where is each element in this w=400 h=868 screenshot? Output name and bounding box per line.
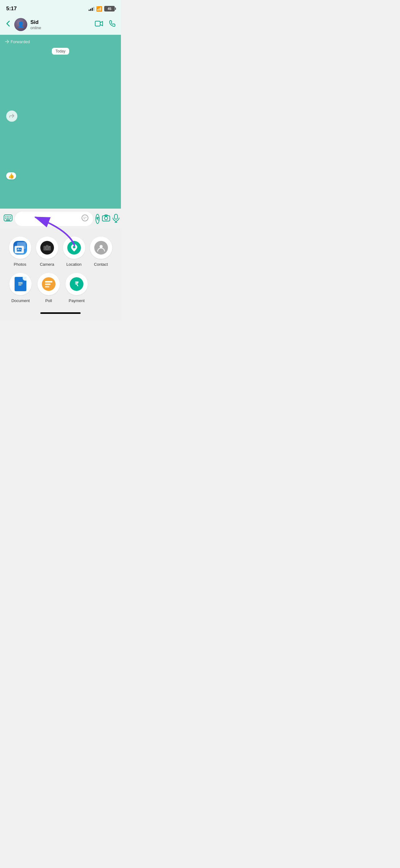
poll-label: Poll — [45, 298, 52, 303]
svg-point-13 — [86, 217, 87, 218]
svg-rect-3 — [7, 216, 8, 217]
attachment-row-2: Document Poll ₹ — [5, 273, 116, 303]
camera-icon[interactable] — [102, 214, 110, 223]
svg-rect-9 — [10, 218, 11, 219]
contact-icon-circle[interactable] — [90, 237, 112, 259]
svg-point-27 — [73, 246, 75, 248]
attachment-contact[interactable]: Contact — [89, 237, 113, 267]
attachment-panel: Photos Camera — [0, 229, 121, 309]
attachment-row-1: Photos Camera — [5, 237, 116, 267]
message-input-wrap[interactable] — [15, 212, 93, 226]
date-pill: Today — [52, 48, 69, 55]
status-time: 5:17 — [6, 6, 17, 12]
contact-info[interactable]: Sid online — [30, 19, 92, 30]
document-icon-circle[interactable] — [9, 273, 32, 295]
video-call-icon[interactable] — [95, 21, 103, 29]
camera-icon-circle[interactable] — [36, 237, 58, 259]
svg-point-24 — [46, 247, 48, 249]
status-bar: 5:17 📶 45 — [0, 0, 121, 16]
svg-rect-8 — [8, 218, 9, 219]
input-bar: ₹ — [0, 209, 121, 229]
attachment-camera[interactable]: Camera — [35, 237, 59, 267]
svg-rect-10 — [6, 219, 10, 220]
forwarded-label: Forwarded — [4, 38, 117, 45]
mic-icon[interactable] — [112, 214, 120, 224]
chat-header: 👤 Sid online — [0, 16, 121, 35]
attachment-photos[interactable]: Photos — [8, 237, 32, 267]
svg-rect-7 — [7, 218, 8, 219]
home-bar — [40, 312, 80, 314]
sticker-icon[interactable] — [81, 214, 89, 223]
status-icons: 📶 45 — [89, 6, 115, 12]
message-input[interactable] — [19, 216, 81, 222]
svg-point-26 — [49, 247, 50, 247]
svg-rect-2 — [5, 216, 6, 217]
attachment-payment[interactable]: ₹ Payment — [64, 273, 89, 303]
svg-rect-6 — [5, 218, 6, 219]
svg-point-11 — [82, 215, 88, 221]
svg-point-15 — [104, 217, 108, 220]
location-label: Location — [66, 262, 81, 267]
phone-call-icon[interactable] — [109, 20, 116, 29]
svg-rect-17 — [114, 214, 118, 219]
photos-icon-circle[interactable] — [9, 237, 31, 259]
wifi-icon: 📶 — [96, 6, 102, 12]
rupee-payment-icon[interactable]: ₹ — [96, 214, 100, 224]
avatar[interactable]: 👤 — [14, 18, 27, 31]
camera-label: Camera — [40, 262, 54, 267]
contact-label: Contact — [94, 262, 108, 267]
attachment-document[interactable]: Document — [8, 273, 33, 303]
chat-area: Forwarded Today — [0, 35, 121, 209]
date-badge: Today — [4, 48, 117, 55]
contact-status: online — [30, 26, 92, 30]
photos-label: Photos — [14, 262, 26, 267]
attachment-poll[interactable]: Poll — [36, 273, 61, 303]
document-label: Document — [11, 298, 30, 303]
svg-rect-29 — [45, 281, 53, 282]
svg-point-12 — [84, 217, 85, 218]
svg-rect-31 — [45, 286, 49, 287]
svg-rect-5 — [10, 216, 11, 217]
attachment-location[interactable]: Location — [62, 237, 86, 267]
location-icon-circle[interactable] — [63, 237, 85, 259]
back-button[interactable] — [5, 19, 11, 30]
svg-rect-25 — [46, 245, 48, 246]
contact-name: Sid — [30, 19, 92, 26]
battery-icon: 45 — [104, 6, 115, 11]
poll-icon-circle[interactable] — [37, 273, 60, 295]
home-indicator — [0, 309, 121, 320]
reply-icon[interactable] — [6, 111, 18, 122]
header-actions — [95, 20, 116, 29]
svg-rect-30 — [45, 283, 51, 285]
svg-rect-0 — [95, 21, 100, 26]
payment-icon-circle[interactable]: ₹ — [65, 273, 88, 295]
signal-icon — [89, 6, 94, 11]
reaction-badge[interactable]: 👍 — [6, 172, 16, 180]
svg-point-28 — [100, 245, 103, 248]
svg-rect-4 — [8, 216, 9, 217]
payment-label: Payment — [69, 298, 85, 303]
keyboard-icon[interactable] — [4, 215, 12, 223]
